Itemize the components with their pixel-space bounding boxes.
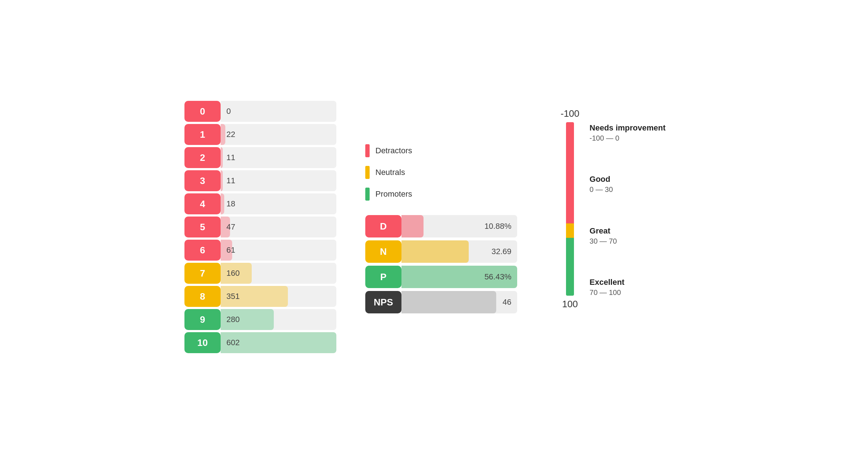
gauge-desc-list: Needs improvement-100 — 0Good0 — 30Great… — [590, 123, 665, 297]
score-badge: 3 — [184, 170, 221, 191]
main-container: 0012221131141854766171608351928010602 De… — [163, 79, 705, 375]
score-value: 0 — [226, 107, 231, 116]
legend-label: Promoters — [375, 189, 412, 199]
gauge-segment-green — [566, 238, 574, 296]
score-bar-fill — [221, 124, 225, 145]
score-row: 311 — [184, 170, 336, 191]
score-bar-bg: 11 — [221, 147, 336, 168]
score-badge: 7 — [184, 263, 221, 284]
dpn-value: 32.69 — [492, 247, 511, 256]
score-bar-bg: 47 — [221, 217, 336, 237]
gauge-desc-title: Great — [590, 226, 665, 236]
score-bar-bg: 351 — [221, 286, 336, 307]
score-value: 22 — [226, 130, 235, 139]
score-badge: 0 — [184, 101, 221, 122]
score-value: 18 — [226, 199, 235, 209]
dpn-row: NPS46 — [365, 291, 532, 313]
dpn-bar-bg: 10.88% — [401, 215, 517, 237]
score-row: 211 — [184, 147, 336, 168]
score-bar-bg: 602 — [221, 332, 336, 353]
score-badge: 1 — [184, 124, 221, 145]
score-badge: 10 — [184, 332, 221, 353]
dpn-bar-bg: 32.69 — [401, 240, 517, 263]
legend-color-dot — [365, 188, 370, 201]
dpn-badge: N — [365, 240, 401, 263]
score-bar-bg: 0 — [221, 101, 336, 122]
score-bar-bg: 61 — [221, 240, 336, 261]
score-table: 0012221131141854766171608351928010602 — [184, 101, 336, 353]
legend-color-dot — [365, 166, 370, 179]
dpn-row: P56.43% — [365, 266, 532, 288]
score-row: 8351 — [184, 286, 336, 307]
gauge-desc-range: -100 — 0 — [590, 134, 665, 142]
dpn-badge: D — [365, 215, 401, 237]
score-badge: 4 — [184, 193, 221, 214]
score-bar-bg: 22 — [221, 124, 336, 145]
score-row: 00 — [184, 101, 336, 122]
legend-item: Detractors — [365, 144, 532, 157]
score-row: 7160 — [184, 263, 336, 284]
score-badge: 8 — [184, 286, 221, 307]
score-bar-bg: 280 — [221, 309, 336, 330]
legend-item: Neutrals — [365, 166, 532, 179]
score-bar-bg: 11 — [221, 170, 336, 191]
dpn-bar-fill — [401, 291, 496, 313]
legend-color-dot — [365, 144, 370, 157]
gauge-desc-range: 70 — 100 — [590, 288, 665, 297]
score-value: 602 — [226, 338, 240, 347]
score-value: 47 — [226, 222, 235, 232]
score-badge: 9 — [184, 309, 221, 330]
dpn-bar-fill — [401, 240, 469, 263]
score-bar-fill — [221, 170, 223, 191]
gauge-desc-item-1: Good0 — 30 — [590, 175, 665, 194]
gauge-bar: -100 100 — [561, 108, 579, 310]
dpn-value: 10.88% — [484, 222, 511, 231]
middle-section: DetractorsNeutralsPromoters D10.88%N32.6… — [365, 101, 532, 313]
gauge-desc-title: Needs improvement — [590, 123, 665, 133]
gauge-desc-range: 30 — 70 — [590, 237, 665, 245]
gauge-segment-red — [566, 122, 574, 223]
scale-section: -100 100 Needs improvement-100 — 0Good0 … — [561, 101, 684, 310]
legend-label: Neutrals — [375, 168, 405, 177]
score-value: 11 — [226, 176, 235, 185]
score-bar-bg: 18 — [221, 193, 336, 214]
legend-label: Detractors — [375, 146, 412, 155]
gauge-bottom-label: 100 — [562, 299, 578, 310]
score-bar-bg: 160 — [221, 263, 336, 284]
score-value: 280 — [226, 315, 240, 324]
score-value: 11 — [226, 153, 235, 162]
score-row: 9280 — [184, 309, 336, 330]
score-row: 418 — [184, 193, 336, 214]
gauge-desc-item-0: Needs improvement-100 — 0 — [590, 123, 665, 142]
dpn-bar-bg: 56.43% — [401, 266, 517, 288]
score-row: 122 — [184, 124, 336, 145]
score-badge: 2 — [184, 147, 221, 168]
dpn-row: D10.88% — [365, 215, 532, 237]
dpn-value: 46 — [503, 297, 511, 307]
gauge-desc-item-3: Excellent70 — 100 — [590, 278, 665, 297]
gauge-desc-title: Excellent — [590, 278, 665, 287]
dpn-chart: D10.88%N32.69P56.43%NPS46 — [365, 215, 532, 313]
score-badge: 6 — [184, 240, 221, 261]
dpn-badge: NPS — [365, 291, 401, 313]
gauge-descriptions: Needs improvement-100 — 0Good0 — 30Great… — [590, 108, 665, 297]
gauge-segment-yellow — [566, 223, 574, 238]
score-row: 661 — [184, 240, 336, 261]
score-row: 10602 — [184, 332, 336, 353]
dpn-row: N32.69 — [365, 240, 532, 263]
legend: DetractorsNeutralsPromoters — [365, 144, 532, 201]
score-value: 351 — [226, 292, 240, 301]
score-badge: 5 — [184, 217, 221, 237]
dpn-bar-fill — [401, 215, 424, 237]
gauge-desc-range: 0 — 30 — [590, 185, 665, 194]
legend-item: Promoters — [365, 188, 532, 201]
dpn-bar-bg: 46 — [401, 291, 517, 313]
score-value: 61 — [226, 245, 235, 255]
gauge-desc-title: Good — [590, 175, 665, 184]
dpn-value: 56.43% — [484, 272, 511, 282]
score-bar-fill — [221, 193, 224, 214]
score-bar-fill — [221, 147, 223, 168]
gauge-desc-item-2: Great30 — 70 — [590, 226, 665, 245]
score-value: 160 — [226, 269, 240, 278]
score-row: 547 — [184, 217, 336, 237]
